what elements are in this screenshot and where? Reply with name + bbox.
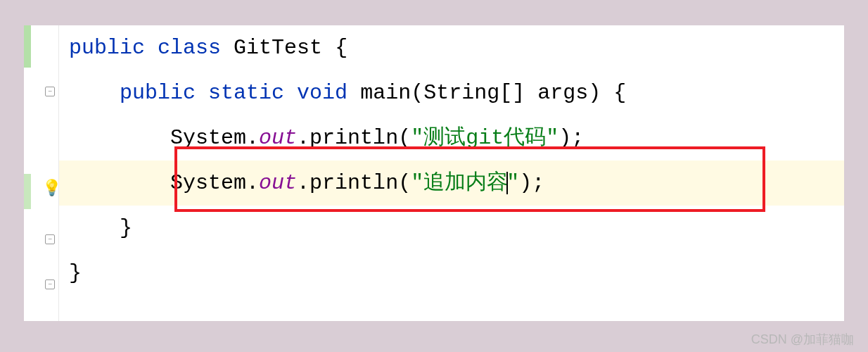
method-call: println: [309, 172, 398, 195]
keyword: public: [120, 82, 196, 105]
fold-toggle-icon[interactable]: −: [45, 234, 55, 244]
code-content[interactable]: public class GitTest { public static voi…: [59, 25, 844, 321]
code-editor[interactable]: − 💡 − − public class GitTest { public st…: [24, 25, 844, 321]
keyword: static: [208, 82, 284, 105]
semicolon: ;: [571, 127, 584, 150]
string-literal: "追加内容: [411, 172, 508, 195]
vcs-mark-modified: [24, 174, 31, 209]
editor-gutter: − 💡 − −: [24, 25, 59, 321]
object-ref: System: [170, 172, 246, 195]
keyword: class: [158, 37, 221, 60]
code-line[interactable]: }: [59, 251, 844, 296]
brace: }: [120, 217, 132, 240]
brace: {: [335, 37, 347, 60]
fold-toggle-icon[interactable]: −: [45, 87, 55, 96]
code-line[interactable]: }: [59, 206, 844, 251]
code-line[interactable]: public class GitTest {: [59, 25, 844, 70]
field-ref: out: [259, 172, 297, 195]
fold-toggle-icon[interactable]: −: [45, 279, 55, 289]
method-name: main: [360, 82, 411, 105]
type-name: String: [423, 82, 499, 105]
watermark-text: CSDN @加菲猫咖: [751, 331, 854, 348]
lightbulb-icon[interactable]: 💡: [42, 179, 61, 198]
param-name: args: [537, 82, 588, 105]
brace: {: [613, 82, 626, 105]
code-line-current[interactable]: System.out.println("追加内容");: [59, 161, 844, 206]
code-line[interactable]: public static void main(String[] args) {: [59, 70, 844, 115]
string-literal: ": [506, 172, 519, 195]
field-ref: out: [259, 127, 297, 150]
keyword: void: [297, 82, 347, 105]
brace: }: [69, 262, 82, 285]
text-caret: [506, 172, 508, 194]
close-paren: ): [519, 172, 532, 195]
method-call: println: [309, 127, 398, 150]
class-name: GitTest: [234, 37, 322, 60]
keyword: public: [69, 37, 145, 60]
object-ref: System: [170, 127, 246, 150]
code-line[interactable]: System.out.println("测试git代码");: [59, 115, 844, 161]
vcs-mark-added: [24, 25, 31, 68]
semicolon: ;: [532, 172, 544, 195]
string-literal: "测试git代码": [411, 127, 559, 150]
